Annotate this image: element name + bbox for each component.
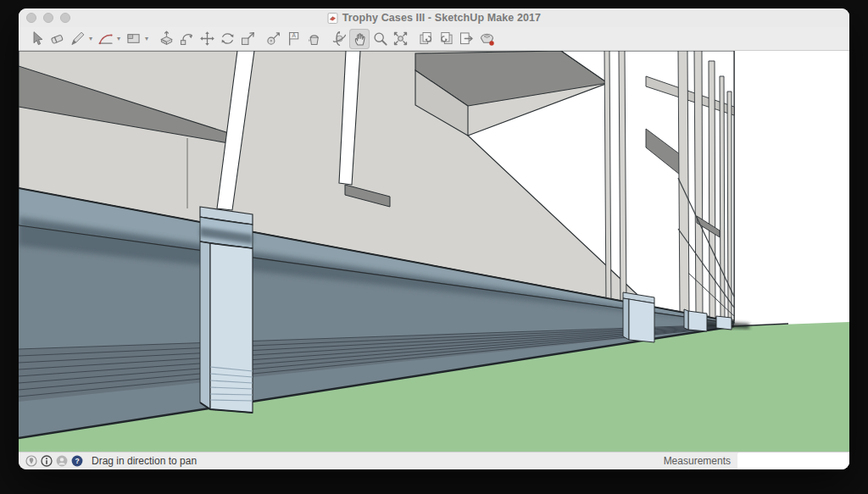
zoom-extents-icon xyxy=(392,30,409,47)
scale-icon xyxy=(239,30,257,47)
svg-text:A: A xyxy=(292,32,296,38)
help-icon[interactable]: ? xyxy=(71,455,83,467)
view-next-button[interactable] xyxy=(436,29,456,49)
title-wrap: Trophy Cases III - SketchUp Make 2017 xyxy=(19,12,849,24)
base-pilaster-foreground xyxy=(200,207,253,413)
text-icon: A xyxy=(285,30,303,47)
tool-select-button[interactable] xyxy=(26,29,47,49)
move-icon xyxy=(198,30,216,47)
rectangle-shape-icon xyxy=(125,30,142,47)
svg-text:?: ? xyxy=(75,457,79,465)
arc-protractor-icon xyxy=(97,30,114,47)
push-pull-icon xyxy=(158,30,175,47)
arc-dropdown-caret[interactable]: ▾ xyxy=(115,35,122,42)
send-to-layout-icon xyxy=(458,30,476,47)
paint-bucket-icon xyxy=(305,30,323,47)
status-hint: Drag in direction to pan xyxy=(92,455,197,467)
tool-rotate-button[interactable] xyxy=(217,29,237,49)
measurements-input[interactable] xyxy=(737,452,849,470)
tool-pan-button[interactable] xyxy=(349,29,370,49)
tool-zoom-extents-button[interactable] xyxy=(390,29,410,49)
window-title: Trophy Cases III - SketchUp Make 2017 xyxy=(342,12,541,24)
tape-measure-icon xyxy=(264,30,282,47)
next-view-icon xyxy=(437,30,455,47)
tool-tape-measure-button[interactable] xyxy=(263,29,283,49)
tool-text-button[interactable]: A xyxy=(283,29,303,49)
view-previous-button[interactable] xyxy=(415,29,436,49)
get-models-warehouse-icon xyxy=(478,30,496,47)
tool-followme-button[interactable] xyxy=(176,29,197,49)
document-proxy-icon[interactable] xyxy=(327,13,338,24)
measurements-label: Measurements xyxy=(664,455,731,467)
get-models-button[interactable] xyxy=(476,29,497,49)
model-info-icon[interactable] xyxy=(41,455,53,467)
tool-orbit-button[interactable] xyxy=(329,29,349,49)
title-bar[interactable]: Trophy Cases III - SketchUp Make 2017 xyxy=(19,8,849,27)
pan-hand-icon xyxy=(351,30,369,47)
status-bar: ? Drag in direction to pan Measurements xyxy=(19,452,849,469)
select-arrow-icon xyxy=(28,30,46,47)
tool-rectangle-button[interactable] xyxy=(123,29,143,49)
tool-line-button[interactable] xyxy=(67,29,87,49)
geolocation-icon[interactable] xyxy=(25,455,37,467)
tool-scale-button[interactable] xyxy=(237,29,258,49)
shapes-dropdown-caret[interactable]: ▾ xyxy=(143,35,150,42)
tool-move-button[interactable] xyxy=(197,29,217,49)
tool-paint-bucket-button[interactable] xyxy=(303,29,324,49)
close-button[interactable] xyxy=(26,13,36,23)
zoom-window-button[interactable] xyxy=(60,13,70,23)
tool-zoom-button[interactable] xyxy=(370,29,390,49)
tool-eraser-button[interactable] xyxy=(47,29,67,49)
minimize-button[interactable] xyxy=(43,13,53,23)
tool-arc-button[interactable] xyxy=(95,29,115,49)
eraser-icon xyxy=(48,30,66,47)
rotate-icon xyxy=(219,30,236,47)
viewport-canvas[interactable] xyxy=(19,51,849,452)
traffic-lights xyxy=(26,8,70,27)
orbit-icon xyxy=(331,30,348,47)
tool-pushpull-button[interactable] xyxy=(156,29,176,49)
sketchup-window: Trophy Cases III - SketchUp Make 2017 ▾ xyxy=(19,8,849,469)
line-pencil-icon xyxy=(69,30,86,47)
viewport xyxy=(19,51,849,452)
zoom-magnifier-icon xyxy=(371,30,389,47)
desktop: { "window": { "title": "Trophy Cases III… xyxy=(0,0,868,494)
line-dropdown-caret[interactable]: ▾ xyxy=(87,35,94,42)
toolbar: ▾ ▾ ▾ xyxy=(19,27,849,51)
sign-in-avatar-icon[interactable] xyxy=(56,455,68,467)
previous-view-icon xyxy=(417,30,435,47)
follow-me-icon xyxy=(178,30,196,47)
send-file-button[interactable] xyxy=(456,29,476,49)
